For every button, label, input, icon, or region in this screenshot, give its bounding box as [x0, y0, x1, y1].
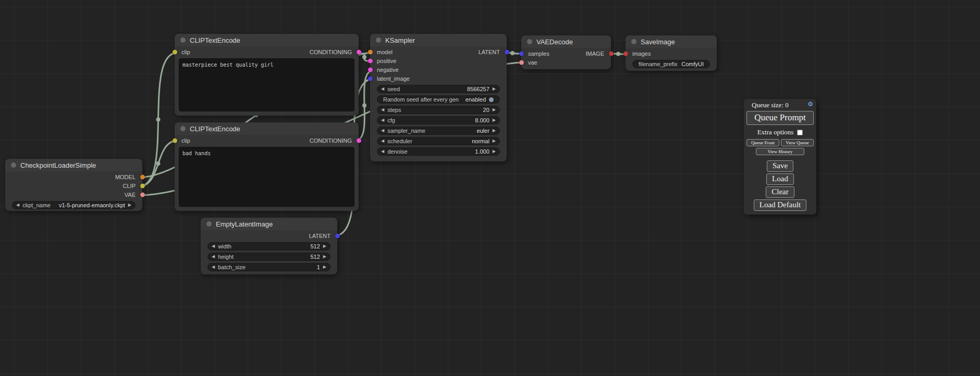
input-slot-vae[interactable] — [519, 60, 524, 65]
decrement-arrow-icon[interactable]: ◀ — [212, 244, 215, 248]
output-slot-latent[interactable] — [335, 233, 340, 238]
node-ksampler[interactable]: KSampler model LATENT positive negative … — [370, 34, 507, 161]
increment-arrow-icon[interactable]: ▶ — [493, 87, 496, 91]
input-label-negative: negative — [377, 67, 399, 73]
increment-arrow-icon[interactable]: ▶ — [128, 203, 131, 207]
input-slot-samples[interactable] — [519, 51, 524, 56]
input-slot-images[interactable] — [623, 51, 628, 56]
slot-row: negative — [370, 65, 507, 74]
link-midpoint-dot — [510, 51, 514, 55]
node-collapse-dot[interactable] — [180, 37, 186, 43]
widget-sampler-name[interactable]: ◀ sampler_name euler ▶ — [377, 127, 500, 135]
decrement-arrow-icon[interactable]: ◀ — [381, 149, 384, 154]
node-title: VAEDecode — [536, 38, 573, 46]
node-save-image[interactable]: SaveImage images filename_prefix ComfyUI — [626, 35, 717, 71]
output-slot-conditioning[interactable] — [357, 49, 361, 54]
decrement-arrow-icon[interactable]: ◀ — [16, 203, 19, 207]
node-collapse-dot[interactable] — [206, 221, 212, 227]
decrement-arrow-icon[interactable]: ◀ — [381, 108, 384, 112]
increment-arrow-icon[interactable]: ▶ — [323, 244, 326, 248]
node-title-bar[interactable]: SaveImage — [626, 35, 717, 48]
node-title-bar[interactable]: VAEDecode — [521, 35, 611, 48]
input-slot-positive[interactable] — [368, 58, 373, 63]
node-title: EmptyLatentImage — [216, 220, 273, 228]
increment-arrow-icon[interactable]: ▶ — [493, 139, 496, 143]
prompt-textarea[interactable]: bad hands — [179, 147, 354, 207]
input-slot-latent-image[interactable] — [368, 76, 373, 81]
increment-arrow-icon[interactable]: ▶ — [323, 255, 326, 259]
input-slot-clip[interactable] — [173, 138, 177, 143]
decrement-arrow-icon[interactable]: ◀ — [381, 87, 384, 91]
node-title-bar[interactable]: CLIPTextEncode — [175, 122, 359, 135]
input-slot-model[interactable] — [368, 49, 373, 54]
output-slot-latent[interactable] — [505, 49, 509, 54]
widget-filename-prefix[interactable]: filename_prefix ComfyUI — [632, 60, 710, 68]
node-clip-text-encode-negative[interactable]: CLIPTextEncode clip CONDITIONING bad han… — [175, 122, 359, 211]
input-label-latent-image: latent_image — [377, 76, 410, 82]
load-button[interactable]: Load — [766, 173, 794, 185]
widget-seed[interactable]: ◀ seed 8566257 ▶ — [377, 85, 500, 93]
widget-steps[interactable]: ◀ steps 20 ▶ — [377, 106, 500, 114]
output-slot-conditioning[interactable] — [357, 138, 361, 143]
toggle-on-indicator[interactable] — [489, 97, 494, 102]
output-slot-vae[interactable] — [140, 192, 145, 197]
node-collapse-dot[interactable] — [631, 39, 636, 44]
view-history-button[interactable]: View History — [756, 148, 804, 155]
queue-front-button[interactable]: Queue Front — [746, 139, 779, 146]
view-queue-button[interactable]: View Queue — [781, 139, 814, 146]
decrement-arrow-icon[interactable]: ◀ — [381, 129, 384, 133]
widget-height[interactable]: ◀ height 512 ▶ — [207, 253, 330, 261]
queue-size-label: Queue size: 0 — [752, 101, 789, 109]
widget-scheduler[interactable]: ◀ scheduler normal ▶ — [377, 137, 500, 145]
node-title-bar[interactable]: EmptyLatentImage — [201, 218, 337, 230]
decrement-arrow-icon[interactable]: ◀ — [381, 139, 384, 143]
increment-arrow-icon[interactable]: ▶ — [493, 108, 496, 112]
widget-denoise[interactable]: ◀ denoise 1.000 ▶ — [377, 147, 500, 156]
settings-gear-icon[interactable]: ⚙ — [807, 101, 813, 108]
node-empty-latent-image[interactable]: EmptyLatentImage LATENT ◀ width 512 ▶ ◀ … — [201, 218, 337, 274]
node-collapse-dot[interactable] — [527, 39, 532, 44]
clear-button[interactable]: Clear — [766, 186, 794, 198]
save-button[interactable]: Save — [767, 160, 793, 172]
link-midpoint-dot — [616, 52, 620, 56]
widget-random-seed-toggle[interactable]: Random seed after every gen enabled — [377, 95, 500, 104]
increment-arrow-icon[interactable]: ▶ — [493, 118, 496, 122]
slot-row: positive — [370, 56, 507, 65]
decrement-arrow-icon[interactable]: ◀ — [212, 265, 215, 269]
node-collapse-dot[interactable] — [180, 126, 186, 131]
input-slot-clip[interactable] — [173, 49, 177, 54]
node-collapse-dot[interactable] — [11, 162, 16, 168]
output-slot-model[interactable] — [140, 174, 145, 179]
widget-cfg[interactable]: ◀ cfg 8.000 ▶ — [377, 116, 500, 124]
node-title-bar[interactable]: CLIPTextEncode — [175, 34, 359, 46]
node-title-bar[interactable]: KSampler — [370, 34, 507, 46]
widget-ckpt-name[interactable]: ◀ ckpt_name v1-5-pruned-emaonly.ckpt ▶ — [12, 201, 136, 209]
output-label-vae: VAE — [125, 192, 136, 198]
widget-width[interactable]: ◀ width 512 ▶ — [207, 242, 330, 250]
node-title-bar[interactable]: CheckpointLoaderSimple — [5, 159, 142, 171]
slot-row: VAE — [5, 190, 142, 199]
widget-batch-size[interactable]: ◀ batch_size 1 ▶ — [207, 263, 330, 271]
increment-arrow-icon[interactable]: ▶ — [493, 129, 496, 133]
node-title: SaveImage — [641, 38, 675, 46]
node-clip-text-encode-positive[interactable]: CLIPTextEncode clip CONDITIONING masterp… — [175, 34, 359, 116]
output-slot-clip[interactable] — [140, 183, 145, 188]
increment-arrow-icon[interactable]: ▶ — [323, 265, 326, 269]
widget-label: Random seed after every gen — [383, 96, 459, 103]
widget-value: 8.000 — [475, 117, 489, 123]
decrement-arrow-icon[interactable]: ◀ — [381, 118, 384, 122]
queue-prompt-button[interactable]: Queue Prompt — [746, 111, 814, 125]
output-slot-image[interactable] — [609, 51, 614, 56]
prompt-textarea[interactable]: masterpiece best quality girl — [179, 58, 354, 111]
increment-arrow-icon[interactable]: ▶ — [493, 149, 496, 154]
comfy-menu-panel: Queue size: 0 ⚙ Queue Prompt Extra optio… — [744, 99, 816, 215]
slot-row: CLIP — [5, 181, 142, 190]
extra-options-checkbox[interactable] — [797, 130, 803, 135]
node-checkpoint-loader-simple[interactable]: CheckpointLoaderSimple MODEL CLIP VAE ◀ … — [5, 159, 142, 211]
node-vae-decode[interactable]: VAEDecode samples IMAGE vae — [521, 35, 611, 69]
load-default-button[interactable]: Load Default — [754, 199, 807, 211]
node-collapse-dot[interactable] — [376, 37, 381, 43]
decrement-arrow-icon[interactable]: ◀ — [212, 255, 215, 259]
widget-value: 20 — [483, 107, 489, 113]
input-slot-negative[interactable] — [368, 67, 373, 72]
